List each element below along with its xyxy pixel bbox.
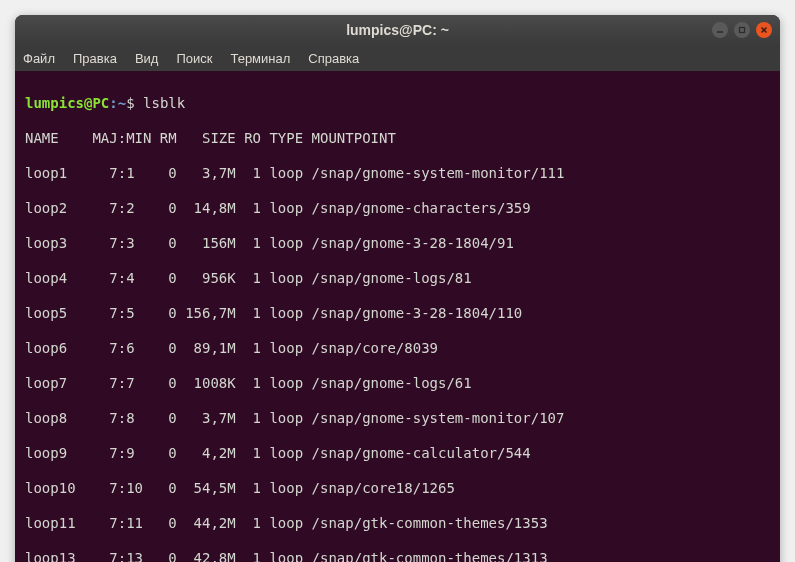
command-text: lsblk — [143, 95, 185, 111]
close-icon — [760, 26, 768, 34]
window-controls — [712, 22, 772, 38]
menu-terminal[interactable]: Терминал — [230, 51, 290, 66]
prompt-line-1: lumpics@PC:~$ lsblk — [25, 95, 770, 113]
window-title: lumpics@PC: ~ — [346, 22, 449, 38]
titlebar[interactable]: lumpics@PC: ~ — [15, 15, 780, 45]
output-row: loop4 7:4 0 956K 1 loop /snap/gnome-logs… — [25, 270, 770, 288]
output-header: NAME MAJ:MIN RM SIZE RO TYPE MOUNTPOINT — [25, 130, 770, 148]
prompt-symbol: $ — [126, 95, 134, 111]
output-row: loop9 7:9 0 4,2M 1 loop /snap/gnome-calc… — [25, 445, 770, 463]
output-row: loop2 7:2 0 14,8M 1 loop /snap/gnome-cha… — [25, 200, 770, 218]
minimize-icon — [716, 26, 724, 34]
terminal-window: lumpics@PC: ~ Файл Правка Вид Поиск Терм… — [15, 15, 780, 562]
output-row: loop6 7:6 0 89,1M 1 loop /snap/core/8039 — [25, 340, 770, 358]
output-row: loop11 7:11 0 44,2M 1 loop /snap/gtk-com… — [25, 515, 770, 533]
maximize-icon — [738, 26, 746, 34]
output-row: loop5 7:5 0 156,7M 1 loop /snap/gnome-3-… — [25, 305, 770, 323]
output-row: loop13 7:13 0 42,8M 1 loop /snap/gtk-com… — [25, 550, 770, 563]
output-row: loop10 7:10 0 54,5M 1 loop /snap/core18/… — [25, 480, 770, 498]
menu-edit[interactable]: Правка — [73, 51, 117, 66]
menu-file[interactable]: Файл — [23, 51, 55, 66]
maximize-button[interactable] — [734, 22, 750, 38]
prompt-user: lumpics@PC — [25, 95, 109, 111]
menu-help[interactable]: Справка — [308, 51, 359, 66]
output-row: loop3 7:3 0 156M 1 loop /snap/gnome-3-28… — [25, 235, 770, 253]
menubar: Файл Правка Вид Поиск Терминал Справка — [15, 45, 780, 71]
menu-search[interactable]: Поиск — [176, 51, 212, 66]
output-row: loop1 7:1 0 3,7M 1 loop /snap/gnome-syst… — [25, 165, 770, 183]
svg-rect-1 — [740, 28, 745, 33]
close-button[interactable] — [756, 22, 772, 38]
output-row: loop8 7:8 0 3,7M 1 loop /snap/gnome-syst… — [25, 410, 770, 428]
prompt-path: ~ — [118, 95, 126, 111]
menu-view[interactable]: Вид — [135, 51, 159, 66]
minimize-button[interactable] — [712, 22, 728, 38]
terminal-body[interactable]: lumpics@PC:~$ lsblk NAME MAJ:MIN RM SIZE… — [15, 71, 780, 562]
prompt-colon: : — [109, 95, 117, 111]
output-row: loop7 7:7 0 1008K 1 loop /snap/gnome-log… — [25, 375, 770, 393]
